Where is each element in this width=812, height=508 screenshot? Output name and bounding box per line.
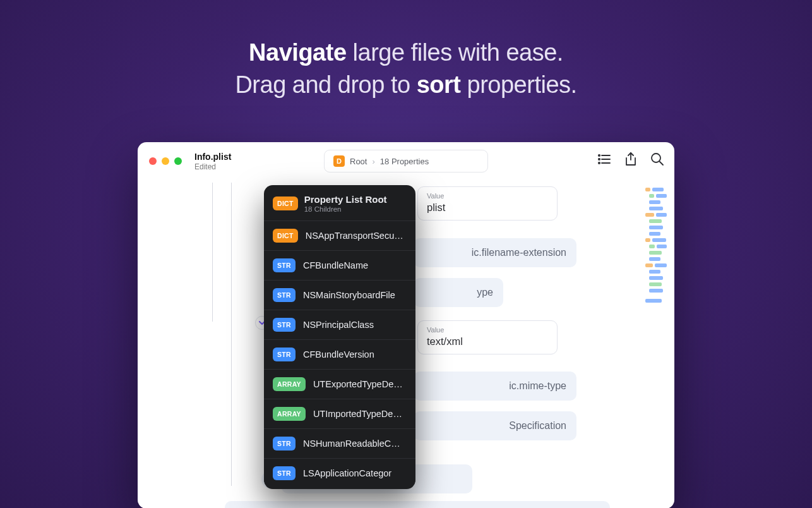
field-label: Value (427, 326, 548, 334)
type-badge: STR (273, 318, 296, 332)
hero-line2-post: properties. (467, 71, 577, 98)
navigator-item[interactable]: STRNSPrincipalClass (264, 310, 415, 339)
tree-guide-line (231, 183, 232, 486)
hero-tagline: Navigate large files with ease. Drag and… (0, 0, 812, 102)
navigator-popover: DICT Property List Root 18 Children DICT… (264, 185, 415, 489)
navigator-item[interactable]: STRLSApplicationCategor (264, 458, 415, 488)
navigator-item-name: CFBundleName (303, 260, 368, 270)
type-badge: STR (273, 348, 296, 361)
navigator-item-name: LSApplicationCategor (303, 468, 391, 478)
share-icon[interactable] (624, 152, 638, 166)
type-badge: ARRAY (273, 377, 306, 391)
window-title: Info.plist Edited (194, 152, 231, 171)
svg-point-2 (599, 159, 600, 160)
type-badge: ARRAY (273, 407, 306, 421)
navigator-item-name: NSMainStoryboardFile (303, 290, 395, 300)
navigator-item[interactable]: STRCFBundleVersion (264, 339, 415, 369)
fullscreen-window-button[interactable] (174, 157, 182, 165)
search-icon[interactable] (650, 152, 664, 166)
file-status-label: Edited (194, 162, 231, 171)
filename-label: Info.plist (194, 152, 231, 162)
hero-line2-pre: Drag and drop to (235, 71, 410, 98)
navigator-item-name: UTExportedTypeDecl… (313, 379, 407, 389)
navigator-item[interactable]: STRCFBundleName (264, 250, 415, 280)
minimap[interactable] (645, 188, 667, 303)
svg-point-4 (599, 162, 600, 164)
type-badge: STR (273, 288, 296, 302)
navigator-item[interactable]: ARRAYUTImportedTypeDecl… (264, 399, 415, 428)
type-badge: DICT (273, 229, 298, 243)
field-value: text/xml (427, 336, 548, 348)
breadcrumb-count: 18 Properties (380, 157, 429, 166)
svg-line-7 (660, 162, 664, 166)
tree-guide-line (212, 183, 213, 322)
property-key-text: ype (477, 287, 493, 298)
breadcrumb-root: Root (350, 157, 367, 166)
navigator-item-name: CFBundleVersion (303, 349, 374, 360)
hero-word-sort: sort (417, 71, 461, 98)
property-key-row[interactable]: ype (414, 278, 503, 307)
navigator-root-title: Property List Root (304, 194, 387, 205)
dict-badge-icon: D (333, 155, 345, 167)
property-value-field[interactable]: Value text/xml (417, 320, 558, 354)
navigator-root-subtitle: 18 Children (304, 205, 387, 213)
close-window-button[interactable] (149, 157, 157, 165)
add-property-button[interactable]: + Add property to UTImportedTypeDeclarat… (225, 501, 610, 508)
hero-line1-rest: large files with ease. (353, 39, 563, 66)
type-badge: DICT (273, 197, 298, 210)
property-key-row[interactable]: ic.filename-extension (414, 238, 576, 267)
titlebar: Info.plist Edited D Root › 18 Properties (138, 142, 674, 180)
navigator-item[interactable]: STRNSMainStoryboardFile (264, 280, 415, 310)
navigator-item[interactable]: DICTNSAppTransportSecu… (264, 221, 415, 250)
navigator-item-name: NSAppTransportSecu… (306, 231, 403, 241)
outline-icon[interactable] (597, 152, 611, 166)
navigator-item[interactable]: ARRAYUTExportedTypeDecl… (264, 369, 415, 399)
minimize-window-button[interactable] (162, 157, 169, 165)
breadcrumb[interactable]: D Root › 18 Properties (324, 150, 488, 172)
navigator-item-name: NSHumanReadableC… (303, 438, 400, 449)
navigator-item[interactable]: STRNSHumanReadableC… (264, 428, 415, 458)
chevron-right-icon: › (372, 157, 374, 166)
type-badge: STR (273, 258, 296, 272)
svg-point-0 (599, 155, 600, 156)
property-key-text: Specification (509, 420, 566, 432)
property-key-row[interactable]: ic.mime-type (414, 372, 576, 401)
type-badge: STR (273, 437, 296, 451)
hero-word-navigate: Navigate (249, 39, 346, 66)
field-value: plist (427, 202, 548, 214)
navigator-item-name: UTImportedTypeDecl… (313, 409, 407, 419)
property-key-text: ic.mime-type (509, 380, 566, 392)
navigator-root-row[interactable]: DICT Property List Root 18 Children (264, 185, 415, 221)
property-key-text: ic.filename-extension (472, 247, 566, 258)
window-traffic-lights (149, 157, 182, 165)
field-label: Value (427, 192, 548, 200)
type-badge: STR (273, 466, 296, 480)
navigator-item-name: NSPrincipalClass (303, 320, 374, 330)
toolbar-actions (597, 152, 664, 166)
property-key-row[interactable]: Specification (414, 411, 576, 440)
property-value-field[interactable]: Value plist (417, 186, 558, 221)
